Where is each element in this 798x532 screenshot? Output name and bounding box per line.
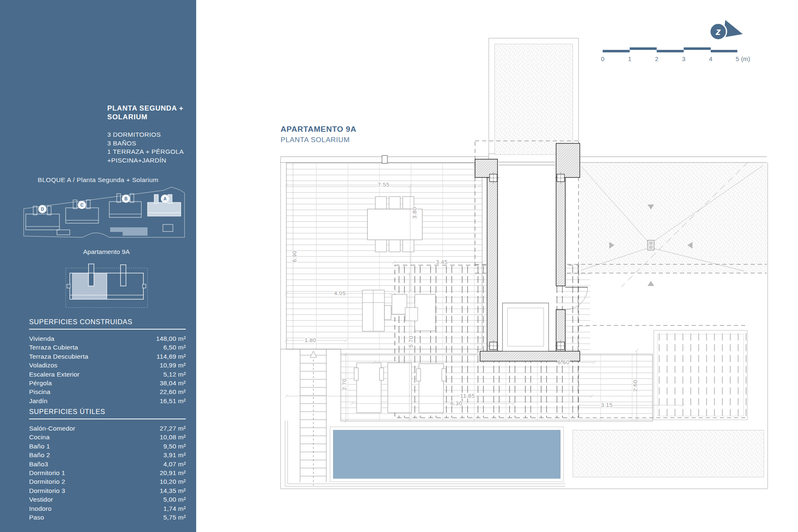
dimension-label: 2.70 xyxy=(341,379,347,390)
surface-value: 10,08 m² xyxy=(160,433,186,441)
feature-item: +PISCINA+JARDÍN xyxy=(107,156,184,165)
surface-row: Dormitorio 210,20 m² xyxy=(29,477,186,486)
surface-label: Dormitorio 1 xyxy=(29,468,65,477)
surface-row: Pérgola38,04 m² xyxy=(29,379,186,387)
surface-label: Baño 1 xyxy=(29,442,50,451)
surface-label: Baño 2 xyxy=(29,451,50,459)
surface-row: Paso5,75 m² xyxy=(29,513,186,522)
useful-surfaces: SUPERFICIES ÚTILES Salón-Comedor27,27 m²… xyxy=(29,408,186,522)
scale-segment xyxy=(657,50,684,52)
surface-value: 22,60 m² xyxy=(160,387,186,396)
plan-title-block: APARTAMENTO 9A PLANTA SOLARIUM xyxy=(281,125,357,144)
surface-rows: Vivienda148,00 m² Terraza Cubierta6,50 m… xyxy=(29,334,186,405)
floorplan-sheet: 7.55 3.80 6.90 3.45 4.05 1.80 5.70 2.70 … xyxy=(0,0,798,532)
section-heading: SUPERFICIES CONSTRUIDAS xyxy=(29,318,186,326)
dimension-label: 5.70 xyxy=(408,336,414,347)
sidebar-title: PLANTA SEGUNDA + SOLARIUM xyxy=(107,104,184,121)
surface-row: Voladizos10,99 m² xyxy=(29,361,186,369)
surface-label: Terraza Cubierta xyxy=(29,343,78,352)
scale-segment xyxy=(630,47,657,50)
surface-row: Vestidor5,00 m² xyxy=(29,495,186,504)
block-marker-a: A xyxy=(163,197,166,201)
surface-row: Terraza Descubierta114,69 m² xyxy=(29,352,186,361)
surface-label: Inodoro xyxy=(29,504,52,513)
surface-label: Escalera Exterior xyxy=(29,370,79,379)
surface-value: 14,35 m² xyxy=(160,486,186,495)
swimming-pool xyxy=(333,430,560,478)
surface-label: Paso xyxy=(29,513,44,522)
surface-value: 114,69 m² xyxy=(157,352,186,361)
surface-value: 16,51 m² xyxy=(160,397,186,405)
apartment-label: Apartamento 9A xyxy=(0,248,213,256)
scale-segment xyxy=(684,47,711,50)
constructed-surfaces: SUPERFICIES CONSTRUIDAS Vivienda148,00 m… xyxy=(29,318,186,405)
surface-value: 4,07 m² xyxy=(163,460,186,468)
sidebar: PLANTA SEGUNDA + SOLARIUM 3 DORMITORIOS … xyxy=(0,0,196,532)
scale-tick: 1 xyxy=(625,56,634,62)
feature-item: 3 BAÑOS xyxy=(107,139,184,148)
pool-zone xyxy=(285,421,565,486)
surface-row: Vivienda148,00 m² xyxy=(29,334,186,343)
scale-segment xyxy=(711,50,737,52)
scale-tick: 2 xyxy=(652,56,661,62)
dimension-label: 6.60 xyxy=(558,359,569,365)
surface-value: 1,74 m² xyxy=(163,504,186,513)
block-marker-c: C xyxy=(80,203,83,207)
surface-label: Vivienda xyxy=(29,334,54,343)
page-subtitle: PLANTA SOLARIUM xyxy=(281,136,357,144)
surface-value: 5,75 m² xyxy=(163,513,186,522)
page-title: APARTAMENTO 9A xyxy=(281,125,357,134)
surface-value: 5,00 m² xyxy=(163,495,186,504)
surface-row: Inodoro1,74 m² xyxy=(29,504,186,513)
surface-label: Dormitorio 2 xyxy=(29,477,65,486)
surface-label: Pérgola xyxy=(29,379,52,387)
surface-row: Jardín16,51 m² xyxy=(29,397,186,405)
surface-value: 10,99 m² xyxy=(160,361,186,369)
block-label: BLOQUE A / Planta Segunda + Solarium xyxy=(0,176,196,184)
north-compass-icon: z xyxy=(704,17,750,44)
exterior-stair xyxy=(300,349,326,485)
surface-label: Piscina xyxy=(29,387,50,396)
dimension-label: 2.60 xyxy=(632,380,638,392)
scale-tick: 5 xyxy=(733,56,742,62)
surface-label: Voladizos xyxy=(29,361,57,369)
surface-label: Terraza Descubierta xyxy=(29,352,89,361)
surface-label: Baño3 xyxy=(29,460,48,468)
surface-label: Vestidor xyxy=(29,495,53,504)
surface-row: Salón-Comedor27,27 m² xyxy=(29,424,186,433)
scale-unit: (m) xyxy=(741,56,750,62)
surface-value: 148,00 m² xyxy=(156,334,186,343)
feature-item: 3 DORMITORIOS xyxy=(107,131,184,139)
elevator-shaft xyxy=(502,303,549,351)
surface-label: Jardín xyxy=(29,397,47,405)
surface-label: Salón-Comedor xyxy=(29,424,75,433)
surface-value: 5,12 m² xyxy=(163,370,186,379)
compass-letter: z xyxy=(715,26,721,37)
site-plan-sketch: D C B A xyxy=(0,185,196,247)
roof-drain xyxy=(648,240,654,250)
dimension-label: 3.80 xyxy=(411,207,418,219)
gravel-strip xyxy=(573,430,764,477)
surface-row: Baño 19,50 m² xyxy=(29,442,186,451)
planter xyxy=(362,290,384,331)
block-marker-b: B xyxy=(124,197,127,201)
site-block-d xyxy=(26,206,70,235)
surface-label: Dormitorio 3 xyxy=(29,486,65,495)
dimension-label: 7.55 xyxy=(378,182,389,188)
slope-arrow-up xyxy=(648,281,654,286)
surface-row: Dormitorio 120,91 m² xyxy=(29,468,186,477)
surface-value: 38,04 m² xyxy=(160,379,186,387)
surface-value: 9,50 m² xyxy=(163,442,186,451)
feature-list: 3 DORMITORIOS 3 BAÑOS 1 TERRAZA + PÉRGOL… xyxy=(107,131,184,165)
scale-segment xyxy=(603,50,630,52)
dimension-label: 3.15 xyxy=(601,402,613,408)
site-pool xyxy=(110,227,148,232)
surface-row: Baño34,07 m² xyxy=(29,460,186,468)
block-marker-d: D xyxy=(41,207,44,212)
surface-row: Terraza Cubierta6,50 m² xyxy=(29,343,186,352)
feature-item: 1 TERRAZA + PÉRGOLA xyxy=(107,148,184,156)
surface-row: Cocina10,08 m² xyxy=(29,433,186,441)
dimension-label: 11.85 xyxy=(460,393,475,399)
dimension-label: 6.30 xyxy=(451,400,462,406)
dimension-label: 4.05 xyxy=(334,290,346,296)
